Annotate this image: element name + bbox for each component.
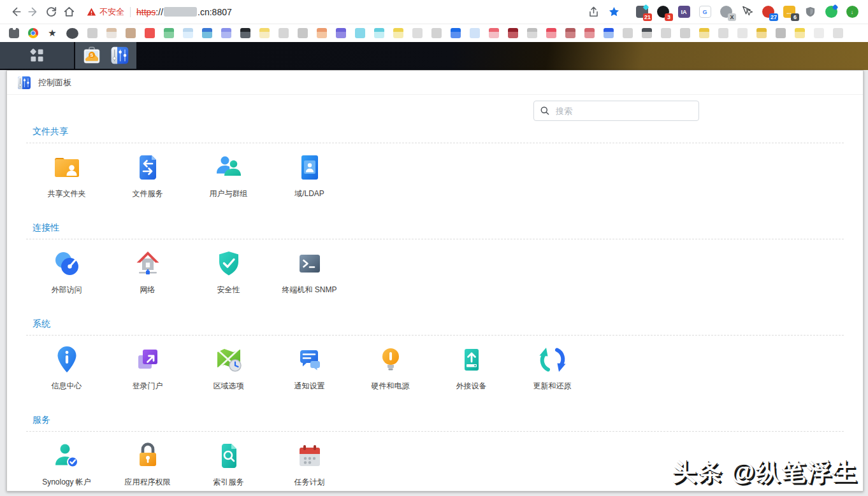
main-menu-button[interactable] bbox=[0, 42, 74, 69]
app-indexing-service[interactable]: 索引服务 bbox=[188, 441, 269, 488]
bookmark-favicon-2[interactable] bbox=[28, 28, 38, 38]
app-security[interactable]: 安全性 bbox=[188, 248, 269, 295]
share-button[interactable] bbox=[588, 6, 600, 18]
desktop-wallpaper: S bbox=[0, 42, 868, 70]
bookmark-favicon-24[interactable] bbox=[451, 28, 461, 38]
bookmark-favicon-22[interactable] bbox=[412, 28, 423, 38]
section-divider bbox=[26, 239, 844, 239]
bookmark-favicon-36[interactable] bbox=[680, 28, 690, 38]
app-notification-settings[interactable]: 通知设置 bbox=[269, 344, 350, 392]
regional-options-icon bbox=[213, 344, 244, 375]
url-suffix: .cn:8807 bbox=[198, 7, 232, 17]
bookmark-favicon-18[interactable] bbox=[336, 28, 346, 38]
bookmark-favicon-28[interactable] bbox=[527, 28, 537, 38]
bookmark-favicon-30[interactable] bbox=[565, 28, 575, 38]
search-box[interactable] bbox=[533, 101, 699, 121]
control-panel-app[interactable] bbox=[110, 45, 130, 66]
app-external-access[interactable]: 外部访问 bbox=[26, 248, 107, 295]
bookmark-favicon-33[interactable] bbox=[623, 28, 633, 38]
bookmark-favicon-43[interactable] bbox=[814, 28, 824, 38]
bookmark-favicon-20[interactable] bbox=[374, 28, 384, 38]
extension-ia[interactable]: IA bbox=[677, 4, 691, 20]
extension-dark[interactable]: 3 bbox=[656, 4, 670, 20]
bookmark-favicon-11[interactable] bbox=[202, 28, 212, 38]
extension-yellow[interactable]: ...6 bbox=[782, 4, 796, 20]
extension-leaf[interactable]: X bbox=[719, 4, 733, 20]
forward-button[interactable] bbox=[24, 3, 42, 21]
app-file-service[interactable]: 文件服务 bbox=[107, 152, 188, 199]
shield-extension[interactable] bbox=[803, 4, 817, 20]
evernote-extension[interactable] bbox=[824, 4, 838, 20]
bookmark-favicon-34[interactable] bbox=[642, 28, 652, 38]
cursor-extension[interactable] bbox=[740, 4, 754, 20]
address-bar[interactable]: 不安全 https://.cn:8807 bbox=[87, 6, 588, 18]
app-label: 通知设置 bbox=[294, 381, 325, 392]
app-app-privileges[interactable]: 应用程序权限 bbox=[107, 441, 188, 488]
bookmark-favicon-41[interactable] bbox=[776, 28, 786, 38]
bookmark-favicon-40[interactable] bbox=[756, 28, 767, 38]
refresh-button[interactable] bbox=[42, 3, 60, 21]
extension-grid-badge: 21 bbox=[643, 13, 652, 21]
app-info-center[interactable]: 信息中心 bbox=[26, 344, 107, 392]
bookmark-favicon-25[interactable] bbox=[470, 28, 480, 38]
bookmark-favicon-16[interactable] bbox=[298, 28, 308, 38]
taskbar-open-apps: S bbox=[75, 42, 136, 69]
bookmark-favicon-38[interactable] bbox=[718, 28, 728, 38]
browser-toolbar: 不安全 https://.cn:8807 213IAGX27...6↓ bbox=[0, 0, 868, 24]
bookmark-favicon-42[interactable] bbox=[795, 28, 805, 38]
bookmark-favicon-27[interactable] bbox=[508, 28, 518, 38]
bookmark-favicon-32[interactable] bbox=[604, 28, 614, 38]
bookmark-favicon-35[interactable] bbox=[661, 28, 671, 38]
bookmark-star-button[interactable] bbox=[608, 6, 620, 18]
extension-grid[interactable]: 21 bbox=[635, 4, 649, 20]
bookmark-favicon-29[interactable] bbox=[546, 28, 556, 38]
idm-extension[interactable]: ↓ bbox=[845, 4, 859, 20]
app-external-devices[interactable]: 外接设备 bbox=[431, 344, 512, 392]
security-warning-chip[interactable]: 不安全 bbox=[87, 6, 124, 18]
extension-red[interactable]: 27 bbox=[761, 4, 775, 20]
google-translate-extension[interactable]: G bbox=[698, 4, 712, 20]
bookmark-favicon-5[interactable] bbox=[87, 28, 98, 38]
bookmark-favicon-12[interactable] bbox=[221, 28, 231, 38]
app-privileges-icon bbox=[133, 441, 163, 471]
bookmark-favicon-37[interactable] bbox=[699, 28, 709, 38]
bookmark-favicon-31[interactable] bbox=[584, 28, 595, 38]
search-input[interactable] bbox=[554, 106, 693, 117]
back-button[interactable] bbox=[6, 3, 24, 21]
bookmark-favicon-44[interactable] bbox=[833, 28, 843, 38]
app-users-groups[interactable]: 用户与群组 bbox=[188, 152, 269, 199]
bookmark-favicon-8[interactable] bbox=[145, 28, 155, 38]
bookmark-favicon-10[interactable] bbox=[183, 28, 193, 38]
bookmark-favicon-4[interactable] bbox=[66, 28, 78, 39]
bookmark-favicon-13[interactable] bbox=[240, 28, 250, 38]
bookmark-favicon-39[interactable] bbox=[737, 28, 748, 38]
app-domain-ldap[interactable]: 域/LDAP bbox=[269, 152, 350, 199]
bookmark-favicon-7[interactable] bbox=[126, 28, 136, 38]
app-label: 应用程序权限 bbox=[125, 477, 171, 488]
control-panel-sections: 文件共享共享文件夹文件服务用户与群组域/LDAP连接性外部访问网络安全性终端机和… bbox=[26, 126, 844, 496]
bookmark-favicon-9[interactable] bbox=[164, 28, 174, 38]
bookmark-favicon-21[interactable] bbox=[393, 28, 403, 38]
package-center-app[interactable]: S bbox=[82, 45, 102, 66]
bookmark-favicon-17[interactable] bbox=[317, 28, 327, 38]
app-regional-options[interactable]: 区域选项 bbox=[188, 344, 269, 392]
app-shared-folder[interactable]: 共享文件夹 bbox=[26, 152, 107, 199]
app-task-scheduler[interactable]: 任务计划 bbox=[269, 441, 350, 488]
app-terminal-snmp[interactable]: 终端机和 SNMP bbox=[269, 248, 350, 295]
bookmark-favicon-6[interactable] bbox=[106, 28, 117, 38]
bookmark-favicon-3[interactable]: ★ bbox=[47, 28, 57, 38]
bookmark-favicon-19[interactable] bbox=[355, 28, 365, 38]
app-update-restore[interactable]: 更新和还原 bbox=[512, 344, 593, 392]
bookmark-favicon-1[interactable] bbox=[9, 28, 19, 38]
app-synology-account[interactable]: Synology 帐户 bbox=[26, 441, 107, 488]
bookmark-favicon-26[interactable] bbox=[489, 28, 499, 38]
app-hardware-power[interactable]: 硬件和电源 bbox=[350, 344, 431, 392]
bookmark-favicon-15[interactable] bbox=[278, 28, 289, 38]
app-network[interactable]: 网络 bbox=[107, 248, 188, 295]
bookmark-favicon-14[interactable] bbox=[259, 28, 270, 38]
app-label: Synology 帐户 bbox=[42, 477, 91, 488]
bookmark-favicon-23[interactable] bbox=[431, 28, 442, 38]
security-warning-text: 不安全 bbox=[99, 6, 124, 18]
app-login-portal[interactable]: 登录门户 bbox=[107, 344, 188, 392]
home-button[interactable] bbox=[60, 3, 78, 21]
